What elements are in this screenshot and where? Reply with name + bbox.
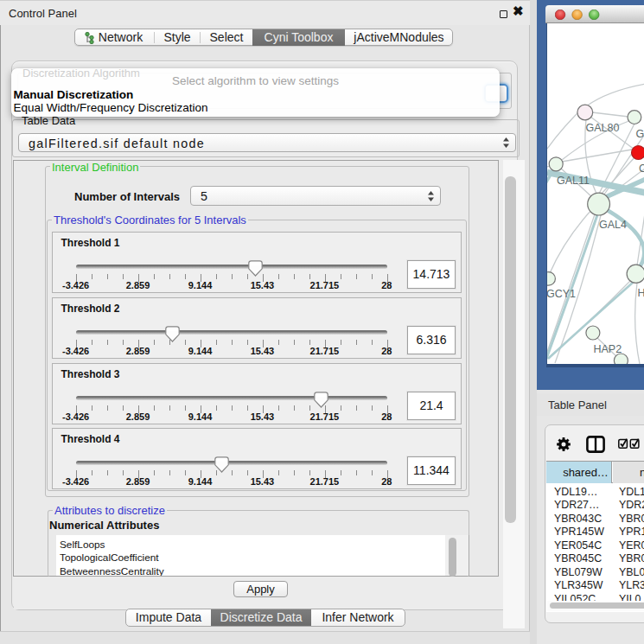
svg-text:GAL11: GAL11 bbox=[557, 175, 590, 187]
svg-text:HAP2: HAP2 bbox=[593, 343, 622, 355]
svg-text:GAL80: GAL80 bbox=[585, 122, 619, 134]
svg-text:C: C bbox=[639, 163, 644, 175]
svg-text:GCY1: GCY1 bbox=[547, 288, 576, 300]
svg-text:H: H bbox=[637, 287, 644, 299]
svg-text:GAL4: GAL4 bbox=[599, 219, 627, 231]
svg-text:G: G bbox=[635, 128, 644, 140]
